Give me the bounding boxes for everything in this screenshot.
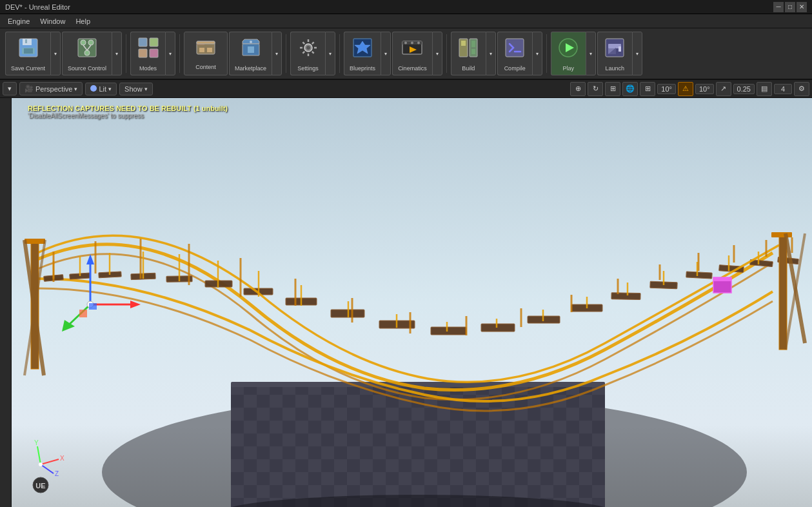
source-control-label: Source Control <box>68 65 106 72</box>
svg-point-22 <box>250 41 252 43</box>
menu-engine[interactable]: Engine <box>3 16 35 26</box>
camera-speed-icon[interactable]: ↗ <box>716 82 731 96</box>
play-button[interactable]: Play <box>551 32 586 75</box>
blueprints-dropdown[interactable]: ▾ <box>381 32 391 75</box>
launch-dropdown[interactable]: ▾ <box>632 32 642 75</box>
scale-button[interactable]: ⊞ <box>605 82 620 96</box>
warning-overlay: REFLECTION CAPTURES NEED TO BE REBUILT (… <box>28 104 228 119</box>
launch-group: Launch ▾ <box>597 32 642 75</box>
viewport-right-controls: ⊕ ↻ ⊞ 🌐 ⊞ 10° ⚠ 10° ↗ 0.25 ▤ 4 ⚙ <box>570 82 809 96</box>
minimize-button[interactable]: ─ <box>773 2 784 12</box>
settings-button[interactable]: Settings <box>290 32 325 75</box>
title-controls: ─ □ ✕ <box>773 2 807 12</box>
marketplace-dropdown[interactable]: ▾ <box>272 32 282 75</box>
svg-line-32 <box>302 51 304 53</box>
launch-button[interactable]: Launch <box>597 32 632 75</box>
content-button[interactable]: Content <box>184 32 228 75</box>
save-current-group: Save Current ▾ <box>5 32 61 75</box>
play-icon <box>557 36 580 64</box>
svg-rect-13 <box>139 49 147 57</box>
svg-rect-44 <box>506 39 524 57</box>
lod-value: 4 <box>774 84 792 94</box>
svg-rect-41 <box>461 41 466 46</box>
show-button[interactable]: Show ▾ <box>119 83 153 95</box>
warning-line2: 'DisableAllScreenMessages' to suppress <box>28 112 228 119</box>
launch-icon <box>603 36 626 64</box>
viewport[interactable]: X Y Z UE REFLECTION CAPTURES NEED TO BE … <box>0 98 812 507</box>
toolbar: Save Current ▾ Source Control ▾ <box>0 28 812 80</box>
cinematics-label: Cinematics <box>398 65 427 72</box>
launch-label: Launch <box>605 65 624 72</box>
world-local-button[interactable]: 🌐 <box>622 82 638 96</box>
scene-canvas: X Y Z UE REFLECTION CAPTURES NEED TO BE … <box>12 98 812 507</box>
camera-icon: 🎥 <box>25 84 34 93</box>
source-control-button[interactable]: Source Control <box>62 32 112 75</box>
save-current-dropdown[interactable]: ▾ <box>50 32 61 75</box>
build-icon <box>457 36 480 64</box>
svg-rect-3 <box>24 48 33 54</box>
menu-window[interactable]: Window <box>35 16 70 26</box>
svg-rect-135 <box>89 303 97 310</box>
svg-rect-57 <box>231 382 605 507</box>
save-current-button[interactable]: Save Current <box>5 32 50 75</box>
svg-rect-120 <box>771 232 792 237</box>
modes-button[interactable]: Modes <box>130 32 165 75</box>
svg-rect-118 <box>25 239 45 244</box>
svg-rect-126 <box>713 277 731 281</box>
grid-snap-button[interactable]: ⊞ <box>640 82 655 96</box>
chevron-down-icon: ▾ <box>8 84 12 93</box>
camera-speed-value: 0.25 <box>733 84 755 94</box>
svg-line-30 <box>312 51 313 53</box>
settings-dropdown[interactable]: ▾ <box>325 32 335 75</box>
svg-rect-42 <box>471 41 475 47</box>
modes-label: Modes <box>139 65 157 72</box>
rotate-button[interactable]: ↻ <box>588 82 603 96</box>
left-panel <box>0 98 12 507</box>
lit-label: Lit <box>99 85 106 93</box>
source-control-dropdown[interactable]: ▾ <box>112 32 122 75</box>
svg-line-31 <box>312 42 313 44</box>
marketplace-label: Marketplace <box>235 65 266 72</box>
viewport-container: X Y Z UE REFLECTION CAPTURES NEED TO BE … <box>0 98 812 507</box>
svg-text:Z: Z <box>55 470 59 477</box>
menu-help[interactable]: Help <box>70 16 95 26</box>
modes-dropdown[interactable]: ▾ <box>165 32 175 75</box>
warning-icon-btn[interactable]: ⚠ <box>678 82 693 96</box>
cinematics-dropdown[interactable]: ▾ <box>432 32 442 75</box>
viewport-toolbar: ▾ 🎥 Perspective ▾ Lit ▾ Show ▾ ⊕ ↻ ⊞ 🌐 ⊞… <box>0 80 812 98</box>
play-group: Play ▾ <box>551 32 596 75</box>
translate-button[interactable]: ⊕ <box>570 82 586 96</box>
cinematics-button[interactable]: Cinematics <box>392 32 432 75</box>
lod-icon[interactable]: ▤ <box>757 82 772 96</box>
compile-icon <box>503 36 526 64</box>
lit-dot-icon <box>90 85 97 93</box>
settings-label: Settings <box>297 65 319 72</box>
perspective-button[interactable]: 🎥 Perspective ▾ <box>19 82 83 95</box>
compile-dropdown[interactable]: ▾ <box>532 32 542 75</box>
svg-rect-119 <box>779 234 787 350</box>
viewport-options-dropdown[interactable]: ▾ <box>3 82 17 95</box>
blueprints-group: Blueprints ▾ <box>344 32 391 75</box>
build-label: Build <box>462 65 475 72</box>
content-icon <box>194 36 217 63</box>
maximize-button[interactable]: □ <box>785 2 795 12</box>
svg-rect-43 <box>471 49 475 54</box>
close-button[interactable]: ✕ <box>797 2 807 12</box>
title-bar: DEV* - Unreal Editor ─ □ ✕ <box>0 0 812 14</box>
toolbar-divider-5 <box>446 34 447 73</box>
compile-group: Compile ▾ <box>497 32 542 75</box>
build-button[interactable]: Build <box>451 32 486 75</box>
marketplace-button[interactable]: Marketplace <box>229 32 272 75</box>
grid-size-value: 10° <box>657 84 676 94</box>
play-dropdown[interactable]: ▾ <box>586 32 596 75</box>
build-dropdown[interactable]: ▾ <box>486 32 496 75</box>
source-control-group: Source Control ▾ <box>62 32 122 75</box>
toolbar-divider-2 <box>179 34 180 73</box>
svg-rect-70 <box>431 327 466 335</box>
svg-rect-18 <box>199 48 204 52</box>
blueprints-button[interactable]: Blueprints <box>344 32 381 75</box>
compile-button[interactable]: Compile <box>497 32 532 75</box>
viewport-settings-icon[interactable]: ⚙ <box>794 82 809 96</box>
modes-icon <box>137 36 160 64</box>
lit-button[interactable]: Lit ▾ <box>85 83 117 95</box>
